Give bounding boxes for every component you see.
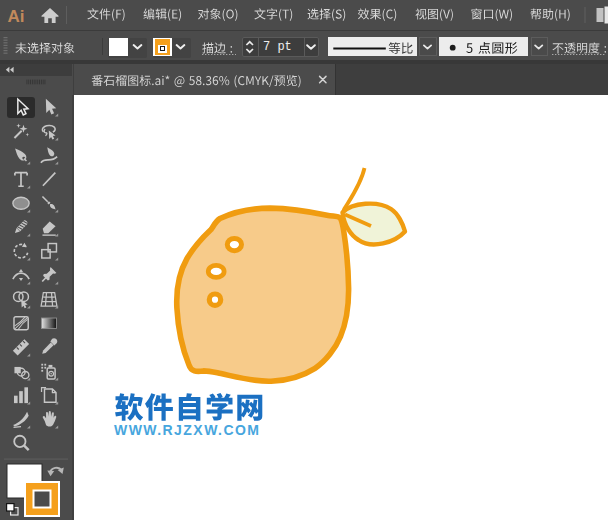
svg-text:WWW.RJZXW.COM: WWW.RJZXW.COM [114,422,260,438]
svg-text:Ai: Ai [8,7,25,26]
